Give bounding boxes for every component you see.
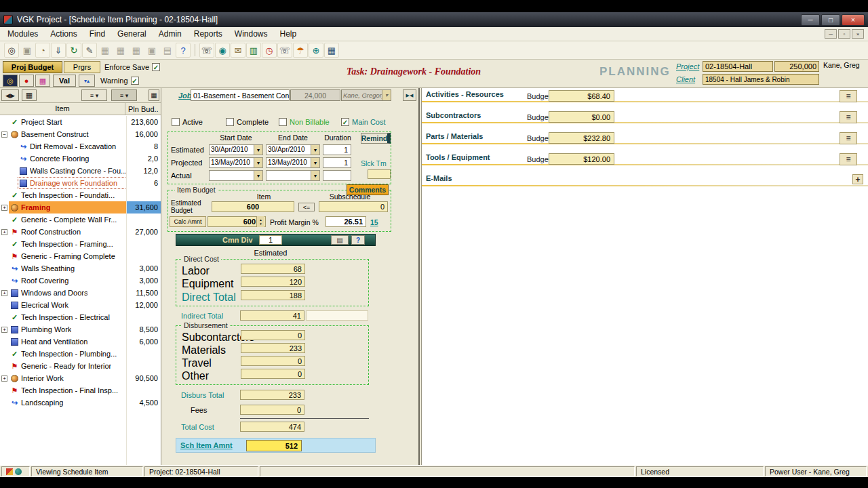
fees-field[interactable]: 0: [240, 405, 304, 415]
tree-item-windows-and-doors[interactable]: +Windows and Doors11,500: [0, 287, 161, 299]
tree-item-framing[interactable]: +Framing31,600: [0, 201, 161, 214]
refresh-icon[interactable]: ↻: [66, 43, 81, 58]
tree-expander[interactable]: +: [1, 229, 7, 235]
tree-item-interior-work[interactable]: +Interior Work90,500: [0, 372, 161, 384]
profit-margin-link[interactable]: 15: [370, 218, 378, 226]
find-icon[interactable]: ◎: [4, 43, 19, 58]
record-button[interactable]: ◎: [3, 75, 18, 87]
column-pln-bud[interactable]: Pln Bud..: [125, 105, 161, 113]
schedule-icon[interactable]: ◔: [35, 43, 50, 58]
profit-margin-field[interactable]: 26.51: [326, 216, 366, 227]
non-billable-checkbox[interactable]: [279, 118, 287, 126]
print-icon[interactable]: ▤: [160, 43, 175, 58]
calendar-icon[interactable]: ▦: [324, 43, 339, 58]
menu-item-reports[interactable]: Reports: [188, 28, 229, 40]
tree-item-elecrical-work[interactable]: Elecrical Work12,000: [0, 299, 161, 311]
actual-end-date-select[interactable]: ▾: [266, 170, 320, 181]
tree-item-tech-inspection-plumbing[interactable]: ✓Tech Inspection - Plumbing...: [0, 348, 161, 360]
export-icon[interactable]: ⇓: [51, 43, 66, 58]
tree-expander[interactable]: +: [1, 327, 7, 333]
complete-toggle[interactable]: Complete: [226, 118, 269, 126]
calc-amnt-spinner[interactable]: ▴▾: [256, 216, 264, 227]
job-input[interactable]: 01-Basement - Basement Con: [191, 89, 290, 101]
budget-field-subcontractors[interactable]: $0.00: [549, 111, 614, 123]
client-link[interactable]: Client: [676, 75, 695, 83]
tree-item-tech-inspection-foundati[interactable]: ✓Tech Inspection - Foundati...: [0, 189, 161, 201]
print-button[interactable]: ▤: [331, 235, 349, 245]
tree-item-generic-complete-wall-fr[interactable]: ✓Generic - Complete Wall Fr...: [0, 214, 161, 226]
val-button[interactable]: Val: [53, 75, 76, 87]
tree-nav-button[interactable]: ◀▶: [1, 89, 19, 101]
estimated-budget-sub-field[interactable]: 0: [319, 201, 388, 212]
tree-item-basement-construct[interactable]: −Basement Construct16,000: [0, 128, 161, 140]
phone-icon[interactable]: ☏: [199, 43, 214, 58]
spin-down-icon[interactable]: ▾: [260, 222, 262, 226]
mdi-restore-button[interactable]: ▫: [838, 29, 850, 39]
section-menu-button[interactable]: ≡: [840, 132, 857, 144]
red-marker-button[interactable]: ●: [19, 75, 34, 87]
active-checkbox[interactable]: [172, 118, 180, 126]
tree-expander[interactable]: +: [1, 205, 7, 211]
vacation-icon[interactable]: ☂: [293, 43, 308, 58]
menu-item-help[interactable]: Help: [274, 28, 303, 40]
warning-checkbox[interactable]: ✓: [131, 77, 139, 85]
estimated-start-date-select[interactable]: 30/Apr/2010▾: [209, 144, 263, 155]
complete-checkbox[interactable]: [226, 118, 234, 126]
job-link[interactable]: Job: [178, 92, 192, 100]
minimize-button[interactable]: ─: [801, 14, 820, 26]
tree-grid-button[interactable]: ▦: [22, 89, 37, 101]
save-icon[interactable]: ▣: [20, 43, 35, 58]
estimated-duration-field[interactable]: 1: [323, 144, 351, 155]
estimated-budget-item-field[interactable]: 600: [212, 201, 294, 212]
copy-budget-button[interactable]: <=: [298, 203, 315, 211]
comments-button[interactable]: Comments: [347, 184, 389, 195]
project-link[interactable]: Project: [676, 62, 699, 70]
travel-field[interactable]: 0: [241, 356, 305, 366]
equipment-field[interactable]: 120: [241, 277, 305, 287]
column-item[interactable]: Item: [0, 103, 125, 115]
tree-item-walls-sheathing[interactable]: ↪Walls Sheathing3,000: [0, 262, 161, 274]
collapse-panel-button[interactable]: ▶◀: [403, 89, 416, 101]
cmn-div-field[interactable]: 1: [259, 235, 282, 245]
projected-start-date-select[interactable]: 13/May/2010▾: [209, 157, 263, 168]
remind-button[interactable]: Remind: [361, 133, 391, 144]
active-toggle[interactable]: Active: [172, 118, 203, 126]
tree-item-plumbing-work[interactable]: +Plumbing Work8,500: [0, 323, 161, 336]
fax-icon[interactable]: ☏: [277, 43, 292, 58]
validate-flags-button[interactable]: ▾▴: [79, 75, 95, 87]
actual-duration-field[interactable]: [323, 170, 351, 181]
tree-filter-button[interactable]: ≡ ▾: [81, 89, 107, 101]
tree-item-generic-framing-complete[interactable]: ⚑Generic - Framing Complete: [0, 250, 161, 262]
tree-item-drainage-work-foundation[interactable]: Drainage work Foundation6: [0, 177, 161, 189]
menu-item-windows[interactable]: Windows: [229, 28, 274, 40]
projected-duration-field[interactable]: 1: [323, 157, 351, 168]
media-icon-1[interactable]: ▦: [98, 43, 113, 58]
tree-item-tech-inspection-electrical[interactable]: ✓Tech Inspection - Electrical: [0, 311, 161, 323]
actual-start-date-select[interactable]: ▾: [209, 170, 263, 181]
estimated-end-date-select[interactable]: 30/Apr/2010▾: [266, 144, 320, 155]
globe-icon[interactable]: ⊕: [309, 43, 323, 58]
mdi-minimize-button[interactable]: ─: [825, 29, 837, 39]
client-field[interactable]: 18504 - Hall James & Robin: [703, 74, 819, 85]
menu-item-general[interactable]: General: [111, 28, 153, 40]
tree-expander[interactable]: +: [1, 375, 7, 382]
camera-icon[interactable]: ◉: [215, 43, 230, 58]
budget-field-tools-equipment[interactable]: $120.00: [549, 153, 614, 165]
tree-item-concrete-flooring[interactable]: ↪Concrete Flooring2,0: [0, 152, 161, 165]
subcontractors-field[interactable]: 0: [241, 330, 305, 340]
tree-item-heat-and-ventilation[interactable]: Heat and Ventilation6,000: [0, 336, 161, 348]
alarm-icon[interactable]: ◷: [262, 43, 277, 58]
menu-item-find[interactable]: Find: [83, 28, 111, 40]
tree-mini-grid-button[interactable]: ▦: [149, 89, 159, 101]
chart-icon[interactable]: ▥: [246, 43, 261, 58]
tree-expander[interactable]: −: [1, 131, 7, 138]
enforce-save-checkbox[interactable]: ✓: [152, 63, 160, 71]
menu-item-modules[interactable]: Modules: [1, 28, 44, 40]
help-button[interactable]: ?: [351, 235, 365, 245]
maximize-button[interactable]: □: [821, 14, 840, 26]
projected-end-date-select[interactable]: 13/May/2010▾: [266, 157, 320, 168]
close-button[interactable]: ×: [842, 14, 865, 26]
budget-field-parts-materials[interactable]: $232.80: [549, 132, 614, 144]
media-icon-2[interactable]: ▦: [113, 43, 128, 58]
add-email-button[interactable]: +: [852, 174, 863, 184]
